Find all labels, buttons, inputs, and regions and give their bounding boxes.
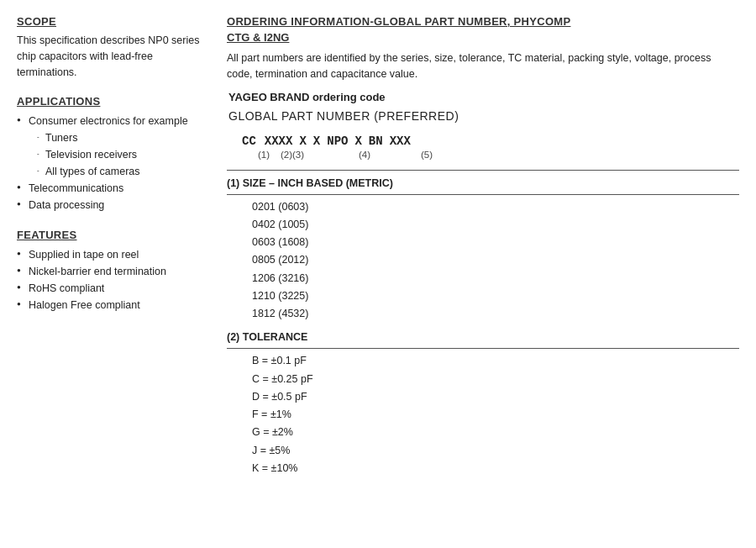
pn-cc: CC xyxy=(242,134,256,148)
size-item: 1210 (3225) xyxy=(252,287,739,305)
scope-title: SCOPE xyxy=(17,15,203,28)
pn-x1: X xyxy=(299,134,306,148)
applications-list: Consumer electronics for example Tuners … xyxy=(17,113,203,213)
size-section: (1) SIZE – INCH BASED (METRIC) 0201 (060… xyxy=(227,177,739,324)
list-item-text: Consumer electronics for example xyxy=(29,115,188,127)
tolerance-item: D = ±0.5 pF xyxy=(252,388,739,406)
global-part-label: GLOBAL PART NUMBER (PREFERRED) xyxy=(228,108,739,123)
list-item: RoHS compliant xyxy=(17,280,203,297)
divider-3 xyxy=(227,348,739,349)
pn-xxxx: XXXX xyxy=(265,134,293,148)
features-section: FEATURES Supplied in tape on reel Nickel… xyxy=(17,229,203,314)
size-item: 1812 (4532) xyxy=(252,305,739,323)
sub-list: Tuners Television receivers All types of… xyxy=(37,129,203,180)
list-item: Supplied in tape on reel xyxy=(17,246,203,263)
tolerance-header: (2) TOLERANCE xyxy=(227,331,739,343)
part-number-row: CC XXXX X X NPO X BN XXX xyxy=(242,134,739,148)
applications-title: APPLICATIONS xyxy=(17,95,203,108)
brand-label: YAGEO BRAND ordering code xyxy=(228,91,739,103)
list-item: All types of cameras xyxy=(37,163,203,180)
features-title: FEATURES xyxy=(17,229,203,241)
pn-x2: X xyxy=(313,134,320,148)
features-list: Supplied in tape on reel Nickel-barrier … xyxy=(17,246,203,314)
pn-npo: NPO xyxy=(327,134,348,148)
list-item: Consumer electronics for example Tuners … xyxy=(17,113,203,180)
size-header: (1) SIZE – INCH BASED (METRIC) xyxy=(227,177,739,189)
tolerance-item: F = ±1% xyxy=(252,406,739,424)
applications-section: APPLICATIONS Consumer electronics for ex… xyxy=(17,95,203,213)
tolerance-section: (2) TOLERANCE B = ±0.1 pF C = ±0.25 pF D… xyxy=(227,331,739,477)
tolerance-item: G = ±2% xyxy=(252,424,739,441)
part-number-labels: (1) (2) (3) (4) (5) xyxy=(242,150,739,160)
part-number-block: CC XXXX X X NPO X BN XXX (1) (2) ( xyxy=(234,134,739,160)
tolerance-item: J = ±5% xyxy=(252,442,739,460)
tolerance-item: C = ±0.25 pF xyxy=(252,371,739,388)
size-item: 0603 (1608) xyxy=(252,234,739,251)
scope-section: SCOPE This specification describes NP0 s… xyxy=(17,15,203,80)
pn-xxx: XXX xyxy=(390,134,411,148)
right-column: ORDERING INFORMATION-GLOBAL PART NUMBER,… xyxy=(218,15,739,477)
list-item: Tuners xyxy=(37,129,203,146)
tolerance-item: B = ±0.1 pF xyxy=(252,352,739,370)
divider-1 xyxy=(227,170,739,171)
list-item: Halogen Free compliant xyxy=(17,297,203,314)
main-title: ORDERING INFORMATION-GLOBAL PART NUMBER,… xyxy=(227,15,739,28)
list-item: Telecommunications xyxy=(17,180,203,197)
pn-x3: X xyxy=(354,134,361,148)
list-item: Television receivers xyxy=(37,146,203,163)
divider-2 xyxy=(227,194,739,195)
left-column: SCOPE This specification describes NP0 s… xyxy=(17,15,218,477)
tolerance-item: K = ±10% xyxy=(252,460,739,477)
size-item: 1206 (3216) xyxy=(252,270,739,287)
size-item: 0201 (0603) xyxy=(252,198,739,216)
subtitle: CTG & I2NG xyxy=(227,31,739,44)
list-item: Nickel-barrier end termination xyxy=(17,263,203,280)
desc-text: All part numbers are identified by the s… xyxy=(227,50,739,82)
list-item: Data processing xyxy=(17,197,203,213)
size-item: 0402 (1005) xyxy=(252,216,739,234)
pn-bn: BN xyxy=(369,134,383,148)
main-layout: SCOPE This specification describes NP0 s… xyxy=(17,15,739,477)
size-item: 0805 (2012) xyxy=(252,251,739,269)
scope-text: This specification describes NP0 series … xyxy=(17,33,203,80)
